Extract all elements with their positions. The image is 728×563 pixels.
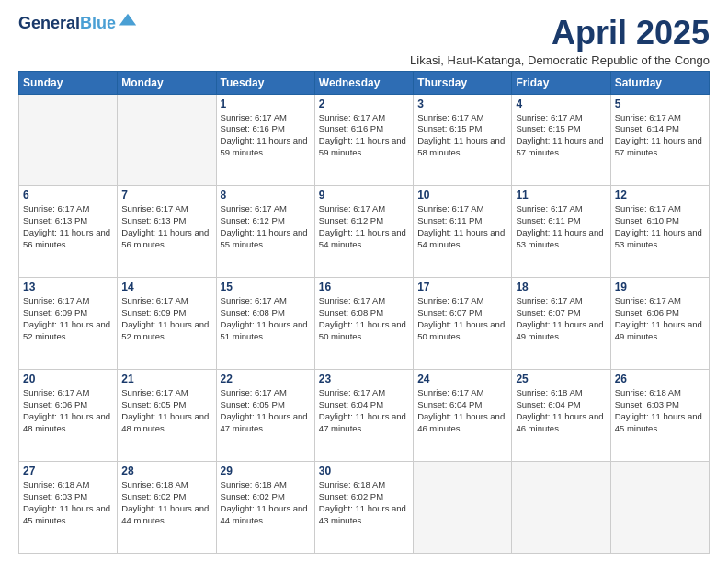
day-number: 13 xyxy=(23,281,113,293)
day-info: Sunrise: 6:18 AM Sunset: 6:02 PM Dayligh… xyxy=(221,479,311,526)
calendar-day: 1Sunrise: 6:17 AM Sunset: 6:16 PM Daylig… xyxy=(216,94,314,186)
col-wednesday: Wednesday xyxy=(314,71,413,94)
day-number: 26 xyxy=(615,373,705,385)
day-number: 5 xyxy=(615,98,705,110)
day-number: 18 xyxy=(516,281,606,293)
calendar-day xyxy=(512,462,610,554)
day-number: 28 xyxy=(121,465,211,477)
title-block: April 2025 Likasi, Haut-Katanga, Democra… xyxy=(410,15,710,67)
day-info: Sunrise: 6:18 AM Sunset: 6:03 PM Dayligh… xyxy=(615,387,705,434)
day-number: 10 xyxy=(417,189,507,201)
day-number: 25 xyxy=(516,373,606,385)
col-saturday: Saturday xyxy=(610,71,709,94)
day-info: Sunrise: 6:17 AM Sunset: 6:11 PM Dayligh… xyxy=(516,203,606,250)
calendar-day: 3Sunrise: 6:17 AM Sunset: 6:15 PM Daylig… xyxy=(414,94,512,186)
calendar-day: 4Sunrise: 6:17 AM Sunset: 6:15 PM Daylig… xyxy=(512,94,610,186)
calendar-day: 24Sunrise: 6:17 AM Sunset: 6:04 PM Dayli… xyxy=(414,370,512,462)
day-number: 17 xyxy=(417,281,507,293)
calendar-day xyxy=(118,94,216,186)
calendar-header-row: Sunday Monday Tuesday Wednesday Thursday… xyxy=(19,71,710,94)
calendar-day: 5Sunrise: 6:17 AM Sunset: 6:14 PM Daylig… xyxy=(610,94,709,186)
day-info: Sunrise: 6:18 AM Sunset: 6:02 PM Dayligh… xyxy=(319,479,409,526)
day-number: 11 xyxy=(516,189,606,201)
calendar-day: 18Sunrise: 6:17 AM Sunset: 6:07 PM Dayli… xyxy=(512,278,610,370)
calendar-day: 9Sunrise: 6:17 AM Sunset: 6:12 PM Daylig… xyxy=(314,186,413,278)
col-thursday: Thursday xyxy=(414,71,512,94)
day-info: Sunrise: 6:18 AM Sunset: 6:03 PM Dayligh… xyxy=(23,479,113,526)
day-info: Sunrise: 6:17 AM Sunset: 6:14 PM Dayligh… xyxy=(615,112,705,159)
calendar-day: 20Sunrise: 6:17 AM Sunset: 6:06 PM Dayli… xyxy=(19,370,118,462)
day-info: Sunrise: 6:17 AM Sunset: 6:08 PM Dayligh… xyxy=(221,295,311,342)
calendar-day: 16Sunrise: 6:17 AM Sunset: 6:08 PM Dayli… xyxy=(314,278,413,370)
calendar-day: 14Sunrise: 6:17 AM Sunset: 6:09 PM Dayli… xyxy=(118,278,216,370)
col-tuesday: Tuesday xyxy=(216,71,314,94)
calendar-day: 17Sunrise: 6:17 AM Sunset: 6:07 PM Dayli… xyxy=(414,278,512,370)
day-info: Sunrise: 6:17 AM Sunset: 6:05 PM Dayligh… xyxy=(121,387,211,434)
calendar-day: 7Sunrise: 6:17 AM Sunset: 6:13 PM Daylig… xyxy=(118,186,216,278)
calendar-day: 12Sunrise: 6:17 AM Sunset: 6:10 PM Dayli… xyxy=(610,186,709,278)
day-info: Sunrise: 6:17 AM Sunset: 6:16 PM Dayligh… xyxy=(221,112,311,159)
day-info: Sunrise: 6:17 AM Sunset: 6:13 PM Dayligh… xyxy=(23,203,113,250)
calendar-day xyxy=(19,94,118,186)
day-number: 2 xyxy=(319,98,409,110)
calendar-day: 21Sunrise: 6:17 AM Sunset: 6:05 PM Dayli… xyxy=(118,370,216,462)
day-number: 16 xyxy=(319,281,409,293)
calendar-day: 25Sunrise: 6:18 AM Sunset: 6:04 PM Dayli… xyxy=(512,370,610,462)
calendar-day: 15Sunrise: 6:17 AM Sunset: 6:08 PM Dayli… xyxy=(216,278,314,370)
calendar-day: 28Sunrise: 6:18 AM Sunset: 6:02 PM Dayli… xyxy=(118,462,216,554)
day-info: Sunrise: 6:18 AM Sunset: 6:02 PM Dayligh… xyxy=(121,479,211,526)
day-number: 14 xyxy=(121,281,211,293)
calendar-day: 6Sunrise: 6:17 AM Sunset: 6:13 PM Daylig… xyxy=(19,186,118,278)
day-info: Sunrise: 6:17 AM Sunset: 6:15 PM Dayligh… xyxy=(417,112,507,159)
day-info: Sunrise: 6:17 AM Sunset: 6:09 PM Dayligh… xyxy=(121,295,211,342)
day-info: Sunrise: 6:17 AM Sunset: 6:08 PM Dayligh… xyxy=(319,295,409,342)
header: GeneralBlue April 2025 Likasi, Haut-Kata… xyxy=(18,15,710,67)
page: GeneralBlue April 2025 Likasi, Haut-Kata… xyxy=(0,0,728,563)
calendar-day: 13Sunrise: 6:17 AM Sunset: 6:09 PM Dayli… xyxy=(19,278,118,370)
day-number: 29 xyxy=(221,465,311,477)
calendar-day xyxy=(610,462,709,554)
calendar-day: 8Sunrise: 6:17 AM Sunset: 6:12 PM Daylig… xyxy=(216,186,314,278)
svg-marker-0 xyxy=(119,14,136,26)
calendar-day: 26Sunrise: 6:18 AM Sunset: 6:03 PM Dayli… xyxy=(610,370,709,462)
calendar-week-5: 27Sunrise: 6:18 AM Sunset: 6:03 PM Dayli… xyxy=(19,462,710,554)
calendar-day: 10Sunrise: 6:17 AM Sunset: 6:11 PM Dayli… xyxy=(414,186,512,278)
day-number: 27 xyxy=(23,465,113,477)
day-info: Sunrise: 6:17 AM Sunset: 6:05 PM Dayligh… xyxy=(221,387,311,434)
day-info: Sunrise: 6:18 AM Sunset: 6:04 PM Dayligh… xyxy=(516,387,606,434)
day-info: Sunrise: 6:17 AM Sunset: 6:06 PM Dayligh… xyxy=(23,387,113,434)
day-info: Sunrise: 6:17 AM Sunset: 6:04 PM Dayligh… xyxy=(417,387,507,434)
day-number: 20 xyxy=(23,373,113,385)
calendar-week-2: 6Sunrise: 6:17 AM Sunset: 6:13 PM Daylig… xyxy=(19,186,710,278)
day-info: Sunrise: 6:17 AM Sunset: 6:10 PM Dayligh… xyxy=(615,203,705,250)
day-number: 8 xyxy=(221,189,311,201)
calendar-day: 2Sunrise: 6:17 AM Sunset: 6:16 PM Daylig… xyxy=(314,94,413,186)
day-number: 23 xyxy=(319,373,409,385)
day-number: 12 xyxy=(615,189,705,201)
calendar-day: 19Sunrise: 6:17 AM Sunset: 6:06 PM Dayli… xyxy=(610,278,709,370)
day-info: Sunrise: 6:17 AM Sunset: 6:07 PM Dayligh… xyxy=(516,295,606,342)
day-info: Sunrise: 6:17 AM Sunset: 6:09 PM Dayligh… xyxy=(23,295,113,342)
day-number: 9 xyxy=(319,189,409,201)
day-number: 19 xyxy=(615,281,705,293)
day-number: 7 xyxy=(121,189,211,201)
calendar-week-4: 20Sunrise: 6:17 AM Sunset: 6:06 PM Dayli… xyxy=(19,370,710,462)
calendar-day: 11Sunrise: 6:17 AM Sunset: 6:11 PM Dayli… xyxy=(512,186,610,278)
day-info: Sunrise: 6:17 AM Sunset: 6:06 PM Dayligh… xyxy=(615,295,705,342)
col-friday: Friday xyxy=(512,71,610,94)
calendar-day: 30Sunrise: 6:18 AM Sunset: 6:02 PM Dayli… xyxy=(314,462,413,554)
logo-text: GeneralBlue xyxy=(18,15,116,33)
calendar-day xyxy=(414,462,512,554)
day-number: 30 xyxy=(319,465,409,477)
calendar-week-3: 13Sunrise: 6:17 AM Sunset: 6:09 PM Dayli… xyxy=(19,278,710,370)
day-info: Sunrise: 6:17 AM Sunset: 6:13 PM Dayligh… xyxy=(121,203,211,250)
day-number: 21 xyxy=(121,373,211,385)
day-info: Sunrise: 6:17 AM Sunset: 6:15 PM Dayligh… xyxy=(516,112,606,159)
day-info: Sunrise: 6:17 AM Sunset: 6:12 PM Dayligh… xyxy=(221,203,311,250)
day-info: Sunrise: 6:17 AM Sunset: 6:04 PM Dayligh… xyxy=(319,387,409,434)
day-number: 15 xyxy=(221,281,311,293)
logo-icon xyxy=(118,10,138,30)
month-title: April 2025 xyxy=(410,15,710,52)
calendar-day: 27Sunrise: 6:18 AM Sunset: 6:03 PM Dayli… xyxy=(19,462,118,554)
day-number: 22 xyxy=(221,373,311,385)
